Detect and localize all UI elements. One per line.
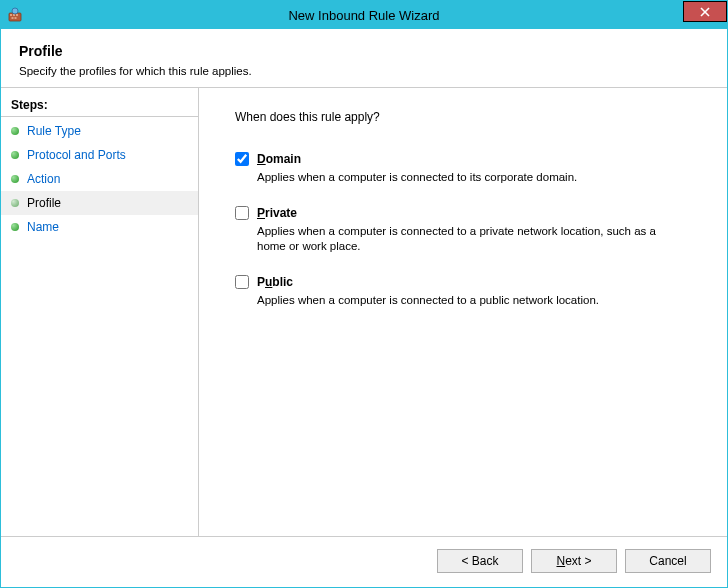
step-bullet-icon: [11, 223, 19, 231]
svg-rect-5: [15, 17, 17, 19]
private-description: Applies when a computer is connected to …: [257, 224, 677, 255]
steps-sidebar: Steps: Rule Type Protocol and Ports Acti…: [1, 88, 199, 536]
step-label: Name: [27, 220, 59, 234]
step-label: Profile: [27, 196, 61, 210]
window-title: New Inbound Rule Wizard: [1, 8, 727, 23]
cancel-button[interactable]: Cancel: [625, 549, 711, 573]
svg-rect-4: [12, 17, 14, 19]
option-private: Private Applies when a computer is conne…: [235, 206, 697, 255]
option-domain: Domain Applies when a computer is connec…: [235, 152, 697, 186]
step-label: Rule Type: [27, 124, 81, 138]
app-icon: [7, 7, 23, 23]
public-label[interactable]: Public: [257, 275, 293, 289]
page-title: Profile: [19, 43, 709, 59]
svg-rect-1: [10, 14, 12, 16]
next-button[interactable]: Next >: [531, 549, 617, 573]
domain-label[interactable]: Domain: [257, 152, 301, 166]
step-label: Action: [27, 172, 60, 186]
step-profile[interactable]: Profile: [1, 191, 198, 215]
private-label[interactable]: Private: [257, 206, 297, 220]
step-bullet-icon: [11, 199, 19, 207]
page-subtitle: Specify the profiles for which this rule…: [19, 65, 709, 77]
step-rule-type[interactable]: Rule Type: [1, 119, 198, 143]
svg-rect-3: [16, 14, 18, 16]
step-action[interactable]: Action: [1, 167, 198, 191]
titlebar[interactable]: New Inbound Rule Wizard: [1, 1, 727, 29]
step-label: Protocol and Ports: [27, 148, 126, 162]
content-panel: When does this rule apply? Domain Applie…: [199, 88, 727, 536]
option-public: Public Applies when a computer is connec…: [235, 275, 697, 309]
public-description: Applies when a computer is connected to …: [257, 293, 677, 309]
step-name[interactable]: Name: [1, 215, 198, 239]
svg-point-6: [12, 8, 18, 14]
step-protocol-and-ports[interactable]: Protocol and Ports: [1, 143, 198, 167]
wizard-window: New Inbound Rule Wizard Profile Specify …: [0, 0, 728, 588]
back-button[interactable]: < Back: [437, 549, 523, 573]
private-checkbox[interactable]: [235, 206, 249, 220]
domain-description: Applies when a computer is connected to …: [257, 170, 677, 186]
public-checkbox[interactable]: [235, 275, 249, 289]
step-bullet-icon: [11, 175, 19, 183]
close-button[interactable]: [683, 1, 727, 22]
step-bullet-icon: [11, 127, 19, 135]
wizard-header: Profile Specify the profiles for which t…: [1, 29, 727, 87]
steps-title: Steps:: [1, 94, 198, 117]
wizard-body: Steps: Rule Type Protocol and Ports Acti…: [1, 87, 727, 536]
domain-checkbox[interactable]: [235, 152, 249, 166]
step-bullet-icon: [11, 151, 19, 159]
wizard-footer: < Back Next > Cancel: [1, 536, 727, 587]
question-text: When does this rule apply?: [235, 110, 697, 124]
